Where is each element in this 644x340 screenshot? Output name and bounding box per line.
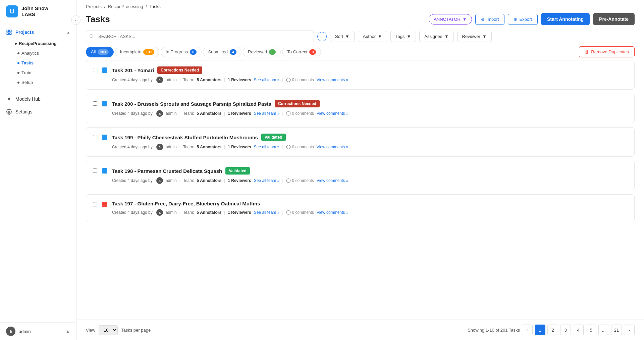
models-hub-group[interactable]: Models Hub [0, 93, 76, 105]
page-last-button[interactable]: 21 [611, 325, 622, 335]
settings-group[interactable]: Settings [0, 105, 76, 118]
view-comments-199[interactable]: View comments » [317, 145, 348, 149]
remove-duplicates-button[interactable]: 🗑 Remove Duplicates [579, 46, 635, 57]
page-next-button[interactable]: › [624, 325, 635, 335]
task-title-200[interactable]: Task 200 - Brussels Sprouts and Sausage … [112, 101, 271, 107]
task-content-200: Task 200 - Brussels Sprouts and Sausage … [112, 100, 628, 117]
author-avatar-197: a [156, 209, 163, 216]
svg-rect-0 [7, 30, 8, 32]
settings-label: Settings [15, 109, 33, 114]
sidebar-toggle[interactable]: ‹ [71, 15, 80, 25]
tags-button[interactable]: Tags ▼ [390, 31, 416, 42]
user-avatar: a [6, 327, 15, 336]
task-color-bar-201 [102, 67, 107, 73]
page-4-button[interactable]: 4 [573, 325, 584, 335]
header-actions: ANNOTATOR ▼ ⊕ Import ⊕ Export Start Anno… [429, 13, 635, 25]
projects-icon [6, 29, 12, 35]
info-icon[interactable]: i [317, 32, 327, 41]
svg-rect-2 [7, 33, 8, 35]
task-color-bar-199 [102, 135, 107, 140]
projects-group[interactable]: Projects ▲ [0, 26, 76, 39]
task-meta-199: Created 4 days ago by: a admin | Team: 5… [112, 144, 628, 150]
project-sub-items: Analytics Tasks Train Setup [12, 48, 76, 87]
footer-chevron: ▲ [65, 329, 70, 334]
task-checkbox-199[interactable] [93, 135, 97, 139]
tab-reviewed[interactable]: Reviewed 0 [243, 47, 281, 57]
task-item: Task 201 - Yomari Corrections Needed Cre… [86, 60, 635, 90]
see-all-team-199[interactable]: See all team » [254, 145, 280, 149]
pre-annotate-button[interactable]: Pre-Annotate [593, 13, 635, 25]
sidebar-footer[interactable]: a admin ▲ [0, 322, 76, 340]
breadcrumb-project[interactable]: RecipeProcessing [108, 4, 143, 9]
badge-submitted: 4 [230, 49, 236, 55]
see-all-team-200[interactable]: See all team » [254, 111, 280, 116]
project-name: RecipeProcessing [19, 41, 57, 46]
task-title-197[interactable]: Task 197 - Gluten-Free, Dairy-Free, Blue… [112, 201, 260, 206]
tab-in-progress[interactable]: In Progress 0 [161, 47, 202, 57]
sidebar-item-train[interactable]: Train [17, 68, 76, 78]
search-input[interactable] [86, 31, 314, 42]
view-comments-201[interactable]: View comments » [317, 78, 348, 82]
see-all-team-201[interactable]: See all team » [254, 78, 280, 82]
author-avatar-199: a [156, 144, 163, 150]
task-checkbox-201[interactable] [93, 68, 97, 72]
task-title-198[interactable]: Task 198 - Parmesan Crusted Delicata Squ… [112, 168, 222, 174]
project-recipe-processing[interactable]: RecipeProcessing [12, 39, 76, 48]
page-prev-button[interactable]: ‹ [522, 325, 533, 335]
task-checkbox-200[interactable] [93, 101, 97, 106]
task-item: Task 200 - Brussels Sprouts and Sausage … [86, 94, 635, 123]
task-item: Task 197 - Gluten-Free, Dairy-Free, Blue… [86, 194, 635, 222]
assignee-button[interactable]: Assignee ▼ [419, 31, 453, 42]
import-button[interactable]: ⊕ Import [475, 14, 505, 25]
pagination: View 10 25 50 Tasks per page Showing 1-1… [76, 320, 644, 340]
page-3-button[interactable]: 3 [560, 325, 571, 335]
task-title-201[interactable]: Task 201 - Yomari [112, 67, 154, 73]
settings-icon [6, 109, 12, 115]
start-annotating-button[interactable]: Start Annotating [541, 13, 590, 25]
see-all-team-197[interactable]: See all team » [254, 210, 280, 215]
author-button[interactable]: Author ▼ [358, 31, 387, 42]
see-all-team-198[interactable]: See all team » [254, 178, 280, 183]
page-5-button[interactable]: 5 [586, 325, 596, 335]
svg-point-10 [286, 145, 290, 149]
tab-incomplete[interactable]: Incomplete 197 [115, 47, 159, 57]
task-meta-200: Created 4 days ago by: a admin | Team: 5… [112, 110, 628, 117]
svg-rect-1 [10, 30, 11, 32]
view-comments-198[interactable]: View comments » [317, 178, 348, 183]
sort-button[interactable]: Sort ▼ [330, 31, 355, 42]
task-content-198: Task 198 - Parmesan Crusted Delicata Squ… [112, 167, 628, 184]
page-1-button[interactable]: 1 [535, 325, 545, 335]
per-page-select[interactable]: 10 25 50 [99, 325, 118, 335]
author-avatar-201: a [156, 77, 163, 83]
task-meta-197: Created 4 days ago by: a admin | Team: 5… [112, 209, 628, 216]
badge-incomplete: 197 [143, 49, 154, 55]
task-checkbox-197[interactable] [93, 202, 97, 206]
status-badge-200: Corrections Needed [275, 100, 320, 107]
tab-all[interactable]: All 201 [86, 47, 114, 57]
pagination-right: Showing 1-10 of 201 Tasks ‹ 1 2 3 4 5 ..… [468, 325, 635, 335]
reviewer-button[interactable]: Reviewer ▼ [457, 31, 492, 42]
svg-point-6 [90, 34, 93, 37]
breadcrumb-projects[interactable]: Projects [86, 4, 102, 9]
task-checkbox-198[interactable] [93, 168, 97, 173]
comment-icon-199: 0 comments [286, 145, 314, 149]
sidebar-item-tasks[interactable]: Tasks [17, 58, 76, 68]
annotator-button[interactable]: ANNOTATOR ▼ [429, 14, 472, 25]
tab-submitted[interactable]: Submitted 4 [203, 47, 241, 57]
svg-rect-3 [10, 33, 11, 35]
page-ellipsis-button[interactable]: ... [598, 325, 609, 335]
sort-chevron-icon: ▼ [345, 34, 350, 39]
view-comments-200[interactable]: View comments » [317, 111, 348, 116]
task-color-bar-200 [102, 101, 107, 106]
view-comments-197[interactable]: View comments » [317, 210, 348, 215]
task-title-199[interactable]: Task 199 - Philly Cheesesteak Stuffed Po… [112, 135, 258, 140]
logo-letter: U [10, 8, 14, 15]
export-button[interactable]: ⊕ Export [508, 14, 538, 25]
page-2-button[interactable]: 2 [547, 325, 558, 335]
sidebar-item-setup[interactable]: Setup [17, 78, 76, 87]
tab-to-correct[interactable]: To Correct 0 [282, 47, 321, 57]
annotator-chevron-icon: ▼ [463, 17, 467, 22]
sidebar-item-analytics[interactable]: Analytics [17, 48, 76, 58]
pagination-left: View 10 25 50 Tasks per page [86, 325, 151, 335]
search-wrap [86, 31, 314, 42]
